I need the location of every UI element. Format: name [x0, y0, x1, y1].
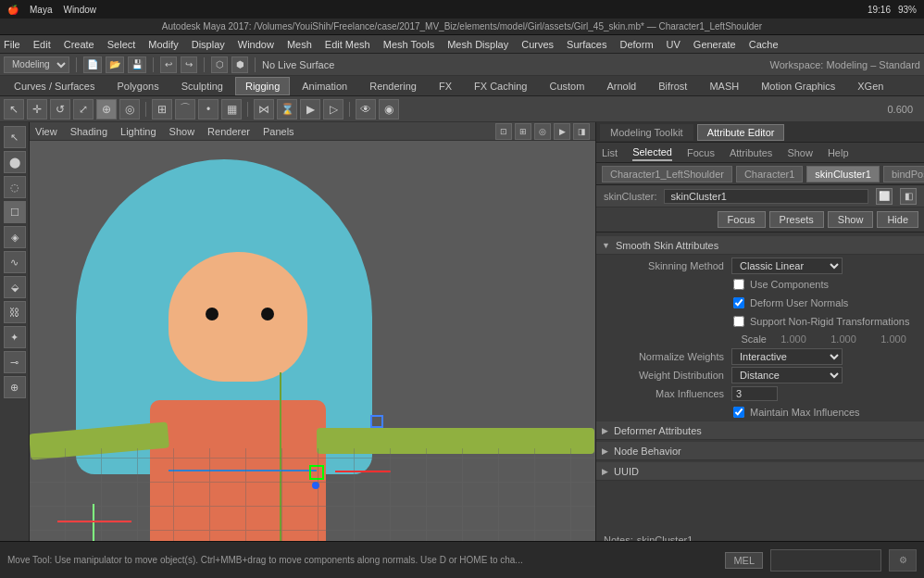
vp-menu-shading[interactable]: Shading: [70, 126, 107, 137]
menu-modify[interactable]: Modify: [148, 39, 178, 50]
subtab-focus[interactable]: Focus: [687, 145, 715, 160]
snap-point-btn[interactable]: •: [198, 99, 219, 119]
show-hide-btn[interactable]: 👁: [356, 99, 376, 119]
menu-mesh-tools[interactable]: Mesh Tools: [383, 39, 434, 50]
joint-btn[interactable]: ✦: [4, 326, 26, 348]
vp-icon4[interactable]: ▶: [554, 123, 570, 140]
bc-skin-cluster[interactable]: skinCluster1: [806, 166, 880, 182]
undo-btn[interactable]: ↩: [160, 57, 177, 73]
uuid-section[interactable]: ▶ UUID: [596, 462, 924, 481]
menu-deform[interactable]: Deform: [619, 39, 653, 50]
poly-btn[interactable]: ◈: [4, 226, 26, 248]
menu-generate[interactable]: Generate: [693, 39, 736, 50]
lasso-btn[interactable]: ⬢: [231, 57, 248, 73]
ik-btn[interactable]: ⊸: [4, 351, 26, 373]
maintain-max-check[interactable]: [733, 407, 744, 418]
subtab-list[interactable]: List: [602, 145, 618, 160]
viewport-canvas[interactable]: persp M: [30, 141, 595, 578]
save-btn[interactable]: 💾: [128, 57, 146, 73]
mel-button[interactable]: MEL: [725, 552, 763, 569]
extra-btn[interactable]: ⊕: [4, 376, 26, 398]
node-behavior-section[interactable]: ▶ Node Behavior: [596, 442, 924, 460]
attr-icon-btn-1[interactable]: ⬜: [876, 188, 893, 205]
vp-menu-panels[interactable]: Panels: [263, 126, 294, 137]
menu-display[interactable]: Display: [192, 39, 225, 50]
smooth-skin-section[interactable]: ▼ Smooth Skin Attributes: [596, 236, 924, 255]
tab-modeling-toolkit[interactable]: Modeling Toolkit: [600, 124, 693, 141]
render-btn[interactable]: ▶: [300, 99, 320, 119]
bc-character1[interactable]: Character1: [736, 166, 803, 182]
snap-surface-btn[interactable]: ▦: [221, 99, 242, 119]
select-mode-btn[interactable]: ↖: [4, 126, 26, 148]
tab-rendering[interactable]: Rendering: [359, 77, 427, 95]
tab-fx-caching[interactable]: FX Caching: [464, 77, 537, 95]
new-scene-btn[interactable]: 📄: [83, 57, 102, 73]
use-components-check[interactable]: [733, 279, 744, 290]
tab-arnold[interactable]: Arnold: [596, 77, 646, 95]
vp-menu-renderer[interactable]: Renderer: [207, 126, 250, 137]
paint-select-btn[interactable]: ⬤: [4, 151, 26, 173]
menu-edit[interactable]: Edit: [33, 39, 51, 50]
tab-curves-surfaces[interactable]: Curves / Surfaces: [4, 77, 105, 95]
soft-select-btn[interactable]: ◎: [119, 99, 140, 119]
vp-menu-lighting[interactable]: Lighting: [120, 126, 156, 137]
deform-btn[interactable]: ⬙: [4, 276, 26, 298]
tab-sculpting[interactable]: Sculpting: [171, 77, 233, 95]
bc-bind-pose[interactable]: bindPose1: [883, 166, 924, 182]
tab-bifrost[interactable]: Bifrost: [648, 77, 697, 95]
tab-rigging[interactable]: Rigging: [235, 77, 290, 95]
weight-dist-select[interactable]: Distance Neighbors: [731, 367, 843, 383]
tab-xgen[interactable]: XGen: [847, 77, 893, 95]
presets-btn[interactable]: Presets: [769, 211, 824, 228]
snap-curve-btn[interactable]: ⌒: [175, 99, 195, 119]
show-btn[interactable]: Show: [828, 211, 874, 228]
menu-edit-mesh[interactable]: Edit Mesh: [325, 39, 370, 50]
constraint-btn[interactable]: ⛓: [4, 301, 26, 323]
vp-icon3[interactable]: ◎: [534, 123, 551, 140]
bc-left-shoulder[interactable]: Character1_LeftShoulder: [602, 166, 732, 182]
scale-btn[interactable]: ⤢: [73, 99, 94, 119]
normalize-weights-select[interactable]: Interactive Post None: [731, 348, 843, 365]
menu-curves[interactable]: Curves: [521, 39, 554, 50]
vp-icon5[interactable]: ◨: [573, 123, 590, 140]
redo-btn[interactable]: ↪: [181, 57, 197, 73]
tab-motion-graphics[interactable]: Motion Graphics: [751, 77, 845, 95]
curve-btn[interactable]: ∿: [4, 251, 26, 273]
universal-btn[interactable]: ⊕: [96, 99, 117, 119]
subtab-attributes[interactable]: Attributes: [730, 145, 772, 160]
hide-btn[interactable]: Hide: [877, 211, 918, 228]
isolate-btn[interactable]: ◉: [379, 99, 399, 119]
vp-icon2[interactable]: ⊞: [515, 123, 531, 140]
menu-surfaces[interactable]: Surfaces: [567, 39, 606, 50]
ipr-render-btn[interactable]: ▷: [323, 99, 343, 119]
menu-file[interactable]: File: [4, 39, 20, 50]
tab-fx[interactable]: FX: [429, 77, 462, 95]
symmetry-btn[interactable]: ⋈: [254, 99, 274, 119]
subtab-help[interactable]: Help: [828, 145, 849, 160]
menu-mesh-display[interactable]: Mesh Display: [447, 39, 508, 50]
subtab-show[interactable]: Show: [787, 145, 813, 160]
snap-grid-btn[interactable]: ⊞: [152, 99, 172, 119]
tab-custom[interactable]: Custom: [540, 77, 595, 95]
menu-window[interactable]: Window: [238, 39, 274, 50]
vp-menu-view[interactable]: View: [35, 126, 57, 137]
max-influences-input[interactable]: [731, 386, 778, 401]
open-btn[interactable]: 📂: [106, 57, 124, 73]
focus-btn[interactable]: Focus: [718, 211, 766, 228]
rotate-btn[interactable]: ↺: [50, 99, 70, 119]
vp-icon1[interactable]: ⊡: [495, 123, 512, 140]
deformer-attrs-section[interactable]: ▶ Deformer Attributes: [596, 421, 924, 440]
apple-menu[interactable]: 🍎: [7, 5, 19, 15]
script-input[interactable]: [770, 549, 881, 572]
skin-cluster-input[interactable]: [664, 189, 868, 204]
app-name[interactable]: Maya: [30, 5, 52, 15]
window-menu[interactable]: Window: [63, 5, 96, 15]
history-btn[interactable]: ⌛: [277, 99, 297, 119]
deform-normals-check[interactable]: [733, 297, 744, 308]
vp-menu-show[interactable]: Show: [169, 126, 195, 137]
workspace-dropdown[interactable]: Modeling: [4, 57, 69, 73]
subtab-selected[interactable]: Selected: [632, 144, 672, 161]
script-options-btn[interactable]: ⚙: [889, 549, 917, 572]
menu-create[interactable]: Create: [64, 39, 94, 50]
tab-attribute-editor[interactable]: Attribute Editor: [697, 124, 785, 141]
